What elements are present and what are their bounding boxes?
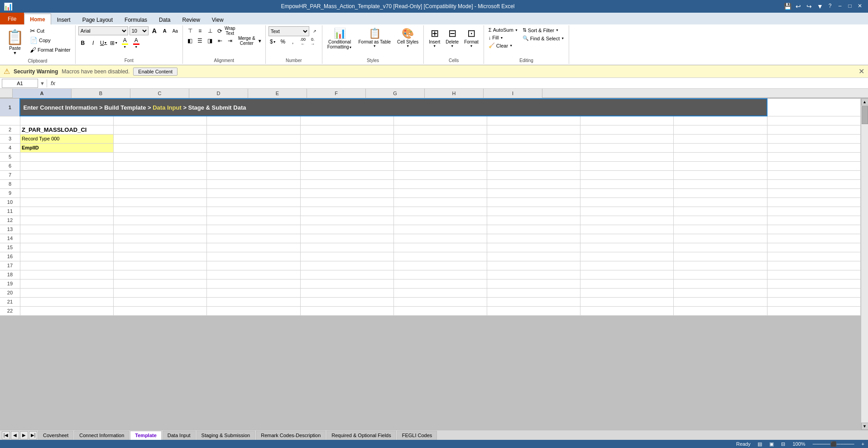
cell-E2[interactable] [393, 125, 487, 134]
cell-D12[interactable] [300, 216, 393, 225]
sheet-tab-connect-information[interactable]: Connect Information [74, 431, 129, 440]
wrap-text-button[interactable]: Wrap Text [225, 26, 235, 35]
cell-I18[interactable] [767, 270, 860, 279]
cell-E5[interactable] [393, 152, 487, 161]
cell-A22[interactable] [20, 306, 113, 315]
italic-button[interactable]: I [89, 39, 98, 48]
cell-D7[interactable] [300, 170, 393, 179]
col-header-E[interactable]: E [248, 89, 307, 98]
row-num-22[interactable]: 22 [0, 306, 20, 315]
cell-A11[interactable] [20, 207, 113, 216]
cell-D17[interactable] [300, 261, 393, 270]
enable-content-button[interactable]: Enable Content [133, 67, 177, 76]
cell-F8[interactable] [487, 179, 580, 188]
cell-C21[interactable] [207, 297, 300, 306]
cell-F18[interactable] [487, 270, 580, 279]
cell-C22[interactable] [207, 306, 300, 315]
cell-H1b[interactable] [674, 116, 767, 125]
cell-H17[interactable] [674, 261, 767, 270]
cell-A5[interactable] [20, 152, 113, 161]
cell-G10[interactable] [580, 198, 674, 207]
cell-H20[interactable] [674, 288, 767, 297]
cell-H11[interactable] [674, 207, 767, 216]
cell-H12[interactable] [674, 216, 767, 225]
cell-I13[interactable] [767, 225, 860, 234]
col-header-G[interactable]: G [366, 89, 425, 98]
cell-B3[interactable] [114, 134, 207, 143]
cell-B22[interactable] [114, 306, 207, 315]
cell-E8[interactable] [393, 179, 487, 188]
cell-G20[interactable] [580, 288, 674, 297]
cell-I5[interactable] [767, 152, 860, 161]
cell-E11[interactable] [393, 207, 487, 216]
cell-G1b[interactable] [580, 116, 674, 125]
cell-D11[interactable] [300, 207, 393, 216]
sheet-nav-last[interactable]: ▶| [29, 431, 37, 439]
cell-B18[interactable] [114, 270, 207, 279]
font-color-button[interactable]: A ▼ [131, 36, 141, 49]
cell-B12[interactable] [114, 216, 207, 225]
cell-H2[interactable] [674, 125, 767, 134]
cell-A21[interactable] [20, 297, 113, 306]
change-case-button[interactable]: Aa [171, 26, 180, 35]
cell-F16[interactable] [487, 252, 580, 261]
cell-I22[interactable] [767, 306, 860, 315]
sheet-nav-next[interactable]: ▶ [20, 431, 28, 439]
cell-E7[interactable] [393, 170, 487, 179]
cell-D18[interactable] [300, 270, 393, 279]
cell-D5[interactable] [300, 152, 393, 161]
cell-G9[interactable] [580, 188, 674, 198]
col-header-C[interactable]: C [130, 89, 189, 98]
cell-A15[interactable] [20, 243, 113, 252]
cell-F11[interactable] [487, 207, 580, 216]
tab-page-layout[interactable]: Page Layout [77, 14, 119, 24]
cell-G2[interactable] [580, 125, 674, 134]
row-num-7[interactable]: 7 [0, 170, 20, 179]
insert-button[interactable]: ⊞ Insert ▼ [427, 26, 442, 49]
cell-E6[interactable] [393, 161, 487, 170]
col-header-B[interactable]: B [72, 89, 130, 98]
cell-H8[interactable] [674, 179, 767, 188]
sort-filter-button[interactable]: ⇅ Sort & Filter ▼ [521, 26, 566, 34]
cell-B8[interactable] [114, 179, 207, 188]
status-view-normal[interactable]: ▤ [758, 441, 762, 447]
cell-G5[interactable] [580, 152, 674, 161]
cell-B6[interactable] [114, 161, 207, 170]
sheet-tab-fegli-codes[interactable]: FEGLI Codes [397, 431, 437, 440]
cell-H3[interactable] [674, 134, 767, 143]
cell-G6[interactable] [580, 161, 674, 170]
cell-G3[interactable] [580, 134, 674, 143]
cell-F1b[interactable] [487, 116, 580, 125]
cell-C2[interactable] [207, 125, 300, 134]
cell-C6[interactable] [207, 161, 300, 170]
cell-A8[interactable] [20, 179, 113, 188]
cell-H19[interactable] [674, 279, 767, 288]
cell-B2[interactable] [114, 125, 207, 134]
cell-E17[interactable] [393, 261, 487, 270]
cell-D6[interactable] [300, 161, 393, 170]
row-num-5[interactable]: 5 [0, 152, 20, 161]
border-button[interactable]: ⊞▼ [110, 39, 119, 48]
decrease-decimal-button[interactable]: 0.→ [308, 37, 317, 46]
row-num-2[interactable]: 2 [0, 125, 20, 134]
format-button[interactable]: ⊡ Format ▼ [462, 26, 481, 49]
cell-A20[interactable] [20, 288, 113, 297]
cell-C1b[interactable] [207, 116, 300, 125]
fill-color-button[interactable]: A ▼ [120, 36, 130, 49]
cell-B16[interactable] [114, 252, 207, 261]
redo-button[interactable]: ↪ [805, 2, 814, 11]
cell-G16[interactable] [580, 252, 674, 261]
cell-D22[interactable] [300, 306, 393, 315]
cell-D14[interactable] [300, 234, 393, 243]
cell-D8[interactable] [300, 179, 393, 188]
cell-E16[interactable] [393, 252, 487, 261]
cell-C7[interactable] [207, 170, 300, 179]
cell-F4[interactable] [487, 143, 580, 152]
cell-D3[interactable] [300, 134, 393, 143]
align-center-button[interactable]: ☰ [196, 36, 205, 45]
cell-G11[interactable] [580, 207, 674, 216]
cell-I19[interactable] [767, 279, 860, 288]
cell-E20[interactable] [393, 288, 487, 297]
undo-button[interactable]: ↩ [794, 2, 803, 11]
status-zoom-slider[interactable]: ─────⬛───── [813, 441, 854, 447]
